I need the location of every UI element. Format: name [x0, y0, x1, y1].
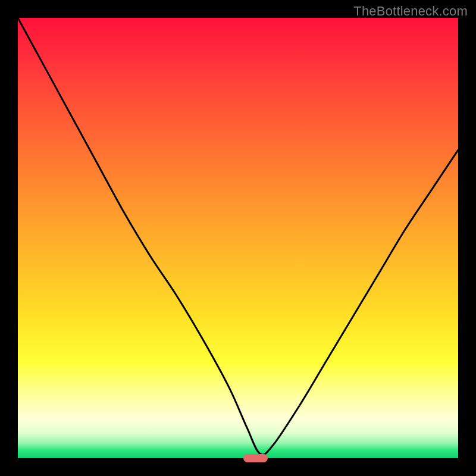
chart-frame: TheBottleneck.com [0, 0, 476, 476]
plot-area [18, 18, 458, 458]
bottleneck-curve [18, 18, 458, 455]
watermark-text: TheBottleneck.com [353, 4, 468, 19]
optimal-marker [243, 454, 268, 462]
curve-svg [18, 18, 458, 458]
